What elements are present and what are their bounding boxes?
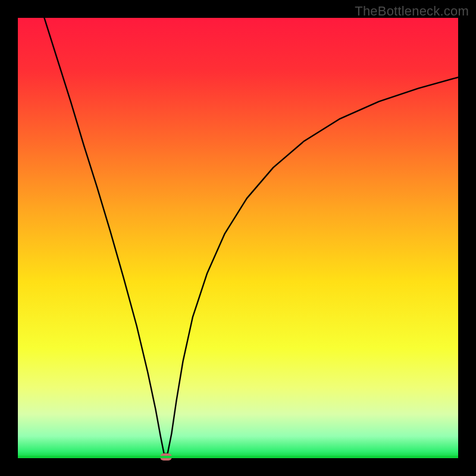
watermark-text: TheBottleneck.com: [355, 4, 469, 19]
bottleneck-curve: [18, 18, 458, 458]
chart-frame: [18, 18, 458, 458]
baseline-green: [18, 456, 458, 458]
